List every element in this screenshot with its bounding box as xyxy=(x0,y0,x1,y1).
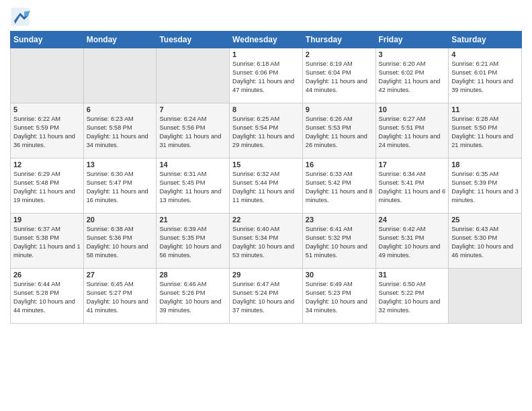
day-number: 24 xyxy=(379,216,446,224)
calendar-cell: 19Sunrise: 6:37 AM Sunset: 5:38 PM Dayli… xyxy=(11,214,84,269)
day-info: Sunrise: 6:47 AM Sunset: 5:24 PM Dayligh… xyxy=(232,280,300,315)
weekday-header-thursday: Thursday xyxy=(302,32,375,48)
day-number: 26 xyxy=(13,271,81,279)
calendar-cell: 8Sunrise: 6:25 AM Sunset: 5:54 PM Daylig… xyxy=(230,103,303,158)
logo xyxy=(10,7,33,27)
day-number: 3 xyxy=(379,50,446,58)
day-info: Sunrise: 6:26 AM Sunset: 5:53 PM Dayligh… xyxy=(306,115,373,150)
day-info: Sunrise: 6:29 AM Sunset: 5:48 PM Dayligh… xyxy=(13,170,81,205)
day-number: 1 xyxy=(232,50,300,58)
weekday-header-monday: Monday xyxy=(83,32,157,48)
svg-marker-2 xyxy=(24,11,30,17)
day-number: 12 xyxy=(13,161,81,169)
day-number: 15 xyxy=(232,161,300,169)
day-number: 5 xyxy=(13,105,81,113)
calendar-cell: 28Sunrise: 6:46 AM Sunset: 5:26 PM Dayli… xyxy=(157,269,230,324)
day-info: Sunrise: 6:30 AM Sunset: 5:47 PM Dayligh… xyxy=(87,170,154,205)
day-number: 19 xyxy=(13,216,81,224)
weekday-header-wednesday: Wednesday xyxy=(230,32,303,48)
weekday-header-sunday: Sunday xyxy=(11,32,84,48)
day-info: Sunrise: 6:44 AM Sunset: 5:28 PM Dayligh… xyxy=(13,280,81,315)
day-info: Sunrise: 6:32 AM Sunset: 5:44 PM Dayligh… xyxy=(232,170,300,205)
day-number: 23 xyxy=(306,216,373,224)
calendar-cell: 1Sunrise: 6:18 AM Sunset: 6:06 PM Daylig… xyxy=(230,48,303,103)
week-row-5: 26Sunrise: 6:44 AM Sunset: 5:28 PM Dayli… xyxy=(11,269,522,324)
day-number: 21 xyxy=(159,216,226,224)
day-info: Sunrise: 6:34 AM Sunset: 5:41 PM Dayligh… xyxy=(379,170,446,205)
week-row-4: 19Sunrise: 6:37 AM Sunset: 5:38 PM Dayli… xyxy=(11,214,522,269)
day-info: Sunrise: 6:31 AM Sunset: 5:45 PM Dayligh… xyxy=(159,170,226,205)
calendar-cell: 16Sunrise: 6:33 AM Sunset: 5:42 PM Dayli… xyxy=(302,158,375,214)
calendar-cell xyxy=(83,48,157,103)
day-number: 16 xyxy=(306,161,373,169)
logo-icon xyxy=(10,7,30,27)
day-info: Sunrise: 6:21 AM Sunset: 6:01 PM Dayligh… xyxy=(451,60,519,95)
day-number: 27 xyxy=(87,271,154,279)
calendar-cell xyxy=(11,48,84,103)
calendar-cell: 7Sunrise: 6:24 AM Sunset: 5:56 PM Daylig… xyxy=(157,103,230,158)
day-number: 22 xyxy=(232,216,300,224)
day-info: Sunrise: 6:28 AM Sunset: 5:50 PM Dayligh… xyxy=(451,115,519,150)
day-info: Sunrise: 6:24 AM Sunset: 5:56 PM Dayligh… xyxy=(159,115,226,150)
day-info: Sunrise: 6:43 AM Sunset: 5:30 PM Dayligh… xyxy=(451,225,519,260)
day-number: 28 xyxy=(159,271,226,279)
day-info: Sunrise: 6:38 AM Sunset: 5:36 PM Dayligh… xyxy=(87,225,154,260)
weekday-header-saturday: Saturday xyxy=(449,32,522,48)
calendar-table: SundayMondayTuesdayWednesdayThursdayFrid… xyxy=(10,31,522,324)
day-number: 7 xyxy=(159,105,226,113)
calendar-cell: 9Sunrise: 6:26 AM Sunset: 5:53 PM Daylig… xyxy=(302,103,375,158)
day-info: Sunrise: 6:33 AM Sunset: 5:42 PM Dayligh… xyxy=(306,170,373,205)
day-info: Sunrise: 6:23 AM Sunset: 5:58 PM Dayligh… xyxy=(87,115,154,150)
calendar-cell: 31Sunrise: 6:50 AM Sunset: 5:22 PM Dayli… xyxy=(375,269,449,324)
day-info: Sunrise: 6:27 AM Sunset: 5:51 PM Dayligh… xyxy=(379,115,446,150)
day-number: 18 xyxy=(451,161,519,169)
calendar-cell: 10Sunrise: 6:27 AM Sunset: 5:51 PM Dayli… xyxy=(375,103,449,158)
day-number: 11 xyxy=(451,105,519,113)
calendar-cell: 26Sunrise: 6:44 AM Sunset: 5:28 PM Dayli… xyxy=(11,269,84,324)
day-info: Sunrise: 6:40 AM Sunset: 5:34 PM Dayligh… xyxy=(232,225,300,260)
page: SundayMondayTuesdayWednesdayThursdayFrid… xyxy=(0,0,532,411)
day-info: Sunrise: 6:45 AM Sunset: 5:27 PM Dayligh… xyxy=(87,280,154,315)
calendar-cell: 25Sunrise: 6:43 AM Sunset: 5:30 PM Dayli… xyxy=(449,214,522,269)
week-row-3: 12Sunrise: 6:29 AM Sunset: 5:48 PM Dayli… xyxy=(11,158,522,214)
calendar-cell: 12Sunrise: 6:29 AM Sunset: 5:48 PM Dayli… xyxy=(11,158,84,214)
calendar-cell: 17Sunrise: 6:34 AM Sunset: 5:41 PM Dayli… xyxy=(375,158,449,214)
day-number: 9 xyxy=(306,105,373,113)
weekday-header-row: SundayMondayTuesdayWednesdayThursdayFrid… xyxy=(11,32,522,48)
day-info: Sunrise: 6:46 AM Sunset: 5:26 PM Dayligh… xyxy=(159,280,226,315)
calendar-cell: 2Sunrise: 6:19 AM Sunset: 6:04 PM Daylig… xyxy=(302,48,375,103)
calendar-cell: 6Sunrise: 6:23 AM Sunset: 5:58 PM Daylig… xyxy=(83,103,157,158)
day-number: 17 xyxy=(379,161,446,169)
week-row-1: 1Sunrise: 6:18 AM Sunset: 6:06 PM Daylig… xyxy=(11,48,522,103)
weekday-header-friday: Friday xyxy=(375,32,449,48)
calendar-cell: 15Sunrise: 6:32 AM Sunset: 5:44 PM Dayli… xyxy=(230,158,303,214)
day-number: 2 xyxy=(306,50,373,58)
day-info: Sunrise: 6:49 AM Sunset: 5:23 PM Dayligh… xyxy=(306,280,373,315)
day-number: 6 xyxy=(87,105,154,113)
day-number: 25 xyxy=(451,216,519,224)
day-number: 8 xyxy=(232,105,300,113)
calendar-cell: 23Sunrise: 6:41 AM Sunset: 5:32 PM Dayli… xyxy=(302,214,375,269)
day-info: Sunrise: 6:35 AM Sunset: 5:39 PM Dayligh… xyxy=(451,170,519,205)
calendar-cell: 13Sunrise: 6:30 AM Sunset: 5:47 PM Dayli… xyxy=(83,158,157,214)
calendar-cell: 22Sunrise: 6:40 AM Sunset: 5:34 PM Dayli… xyxy=(230,214,303,269)
day-info: Sunrise: 6:22 AM Sunset: 5:59 PM Dayligh… xyxy=(13,115,81,150)
calendar-cell: 5Sunrise: 6:22 AM Sunset: 5:59 PM Daylig… xyxy=(11,103,84,158)
day-info: Sunrise: 6:37 AM Sunset: 5:38 PM Dayligh… xyxy=(13,225,81,260)
calendar-cell xyxy=(449,269,522,324)
day-number: 10 xyxy=(379,105,446,113)
calendar-cell: 30Sunrise: 6:49 AM Sunset: 5:23 PM Dayli… xyxy=(302,269,375,324)
calendar-cell: 29Sunrise: 6:47 AM Sunset: 5:24 PM Dayli… xyxy=(230,269,303,324)
day-info: Sunrise: 6:19 AM Sunset: 6:04 PM Dayligh… xyxy=(306,60,373,95)
calendar-cell: 27Sunrise: 6:45 AM Sunset: 5:27 PM Dayli… xyxy=(83,269,157,324)
week-row-2: 5Sunrise: 6:22 AM Sunset: 5:59 PM Daylig… xyxy=(11,103,522,158)
calendar-cell: 4Sunrise: 6:21 AM Sunset: 6:01 PM Daylig… xyxy=(449,48,522,103)
day-info: Sunrise: 6:41 AM Sunset: 5:32 PM Dayligh… xyxy=(306,225,373,260)
day-info: Sunrise: 6:50 AM Sunset: 5:22 PM Dayligh… xyxy=(379,280,446,315)
day-info: Sunrise: 6:18 AM Sunset: 6:06 PM Dayligh… xyxy=(232,60,300,95)
day-info: Sunrise: 6:20 AM Sunset: 6:02 PM Dayligh… xyxy=(379,60,446,95)
day-number: 29 xyxy=(232,271,300,279)
calendar-cell: 20Sunrise: 6:38 AM Sunset: 5:36 PM Dayli… xyxy=(83,214,157,269)
calendar-cell: 21Sunrise: 6:39 AM Sunset: 5:35 PM Dayli… xyxy=(157,214,230,269)
calendar-cell: 24Sunrise: 6:42 AM Sunset: 5:31 PM Dayli… xyxy=(375,214,449,269)
